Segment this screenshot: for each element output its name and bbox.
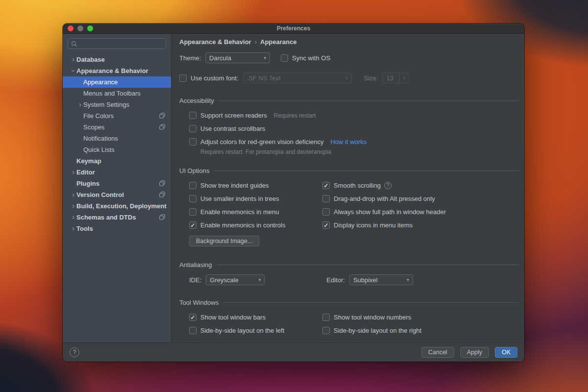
sidebar-item-label: Scopes — [83, 123, 104, 131]
checkbox-box: ✓ — [189, 195, 196, 202]
font-size-value: 13 — [383, 73, 399, 83]
sidebar-item-appearance[interactable]: Appearance — [63, 76, 171, 88]
ide-antialiasing-value: Greyscale — [210, 276, 239, 284]
section-ui-options: UI Options — [179, 167, 518, 174]
checkbox-label: Drag-and-drop with Alt pressed only — [334, 195, 435, 202]
dropdown-arrow-icon[interactable]: ▾ — [399, 73, 408, 83]
checkbox-box: ✓ — [322, 327, 330, 334]
sidebar-item-system-settings[interactable]: › System Settings — [63, 99, 171, 110]
apply-button[interactable]: Apply — [460, 347, 489, 358]
how-it-works-link[interactable]: How it works — [330, 138, 367, 146]
per-project-icon — [159, 124, 165, 130]
checkbox-box: ✓ — [322, 182, 330, 189]
checkbox-sync-with-os[interactable]: ✓ Sync with OS — [281, 54, 330, 62]
checkbox-smooth-scrolling[interactable]: ✓ Smooth scrolling — [322, 182, 381, 189]
chevron-down-icon[interactable]: › — [70, 68, 76, 74]
editor-antialiasing-dropdown[interactable]: Subpixel ▾ — [349, 274, 413, 285]
chevron-right-icon[interactable]: › — [70, 214, 76, 220]
chevron-right-icon[interactable]: › — [70, 192, 76, 198]
chevron-right-icon[interactable]: › — [70, 169, 76, 175]
editor-antialiasing-label: Editor: — [326, 276, 345, 284]
sidebar-item-database[interactable]: › Database — [63, 54, 171, 65]
sidebar-item-version-control[interactable]: › Version Control — [63, 189, 171, 200]
font-size-label: Size: — [364, 74, 378, 82]
checkbox-adjust-colors-red-green[interactable]: ✓ Adjust colors for red-green vision def… — [189, 138, 323, 146]
checkbox-side-by-side-right[interactable]: ✓ Side-by-side layout on the right — [322, 327, 421, 334]
sidebar-search[interactable] — [68, 38, 166, 49]
theme-dropdown[interactable]: Darcula ▾ — [205, 52, 270, 63]
sidebar-item-scopes[interactable]: Scopes — [63, 122, 171, 133]
checkbox-box: ✓ — [189, 327, 196, 334]
checkbox-label: Support screen readers — [200, 112, 267, 119]
search-input[interactable] — [79, 40, 163, 47]
checkbox-label: Show tree indent guides — [200, 182, 269, 189]
checkbox-mnemonics-in-controls[interactable]: ✓ Enable mnemonics in controls — [189, 221, 285, 229]
theme-label: Theme: — [179, 54, 201, 62]
ide-antialiasing-dropdown[interactable]: Greyscale ▾ — [206, 274, 265, 285]
chevron-right-icon[interactable]: › — [70, 56, 76, 63]
checkbox-label: Sync with OS — [292, 54, 330, 62]
checkbox-label: Smooth scrolling — [334, 182, 381, 189]
sidebar-item-label: Editor — [76, 169, 95, 176]
help-icon[interactable]: ? — [384, 182, 392, 189]
sidebar-item-quick-lists[interactable]: Quick Lists — [63, 144, 171, 155]
help-button[interactable]: ? — [70, 347, 79, 357]
sidebar-item-label: Database — [76, 56, 105, 63]
checkbox-label: Adjust colors for red-green vision defic… — [200, 138, 323, 146]
tool-window-row: ✓ Show tool window numbers — [322, 311, 518, 324]
breadcrumb-separator-icon: › — [255, 38, 257, 46]
per-project-icon — [159, 180, 165, 186]
section-divider — [217, 265, 519, 265]
sidebar-item-keymap[interactable]: Keymap — [63, 155, 171, 167]
sidebar-item-menus-and-toolbars[interactable]: Menus and Toolbars — [63, 88, 171, 99]
section-divider — [214, 171, 518, 171]
chevron-right-icon[interactable]: › — [70, 203, 76, 209]
checkbox-label: Always show full path in window header — [334, 208, 446, 216]
minimize-button[interactable] — [77, 25, 83, 31]
checkbox-drag-and-drop-alt[interactable]: ✓ Drag-and-drop with Alt pressed only — [322, 195, 435, 202]
checkbox-show-tree-indent-guides[interactable]: ✓ Show tree indent guides — [189, 182, 269, 189]
section-antialiasing: Antialiasing — [179, 261, 518, 269]
sidebar-item-editor[interactable]: › Editor — [63, 167, 171, 178]
zoom-button[interactable] — [87, 25, 93, 31]
breadcrumb-parent[interactable]: Appearance & Behavior — [179, 38, 251, 46]
checkbox-use-smaller-indents[interactable]: ✓ Use smaller indents in trees — [189, 195, 279, 202]
close-button[interactable] — [68, 25, 74, 31]
checkbox-show-tool-window-numbers[interactable]: ✓ Show tool window numbers — [322, 314, 411, 321]
ok-button[interactable]: OK — [495, 347, 517, 358]
sidebar-item-schemas-and-dtds[interactable]: › Schemas and DTDs — [63, 212, 171, 223]
checkbox-box: ✓ — [189, 221, 196, 229]
sidebar-item-notifications[interactable]: Notifications — [63, 133, 171, 144]
checkbox-use-contrast-scrollbars[interactable]: ✓ Use contrast scrollbars — [189, 125, 265, 132]
checkbox-display-icons-menu-items[interactable]: ✓ Display icons in menu items — [322, 221, 413, 229]
font-family-dropdown[interactable]: .SF NS Text ▾ — [243, 73, 352, 83]
sidebar-item-label: Appearance & Behavior — [76, 67, 148, 74]
background-image-button[interactable]: Background Image... — [189, 236, 259, 246]
sidebar-item-appearance-behavior[interactable]: › Appearance & Behavior — [63, 65, 171, 76]
sidebar-item-plugins[interactable]: Plugins — [63, 178, 171, 189]
sidebar-item-label: Notifications — [83, 135, 118, 142]
checkbox-mnemonics-in-menu[interactable]: ✓ Enable mnemonics in menu — [189, 208, 279, 216]
checkbox-box: ✓ — [322, 208, 330, 216]
cancel-button[interactable]: Cancel — [421, 347, 454, 358]
checkbox-use-custom-font[interactable]: ✓ Use custom font: — [179, 74, 239, 82]
sidebar-item-build-execution-deployment[interactable]: › Build, Execution, Deployment — [63, 200, 171, 212]
checkbox-box: ✓ — [179, 74, 187, 82]
sidebar-item-tools[interactable]: › Tools — [63, 223, 171, 234]
checkbox-support-screen-readers[interactable]: ✓ Support screen readers — [189, 112, 267, 119]
sidebar-item-label: File Colors — [83, 112, 114, 120]
section-accessibility: Accessibility — [179, 97, 518, 104]
chevron-right-icon[interactable]: › — [77, 101, 83, 108]
tool-window-row: ✓ Show tool window bars — [189, 311, 322, 324]
ui-option-row: ✓ Display icons in menu items — [322, 219, 518, 232]
chevron-right-icon[interactable]: › — [70, 225, 76, 232]
red-green-subcomment: Requires restart. For protanopia and deu… — [200, 148, 518, 157]
checkbox-always-show-full-path[interactable]: ✓ Always show full path in window header — [322, 208, 446, 216]
sidebar-item-file-colors[interactable]: File Colors — [63, 110, 171, 122]
titlebar[interactable]: Preferences — [63, 24, 524, 34]
checkbox-side-by-side-left[interactable]: ✓ Side-by-side layout on the left — [189, 327, 284, 334]
checkbox-show-tool-window-bars[interactable]: ✓ Show tool window bars — [189, 314, 266, 321]
font-size-stepper[interactable]: 13 ▾ — [382, 73, 409, 83]
dropdown-arrow-icon: ▾ — [407, 277, 409, 282]
section-title: Accessibility — [179, 97, 214, 104]
